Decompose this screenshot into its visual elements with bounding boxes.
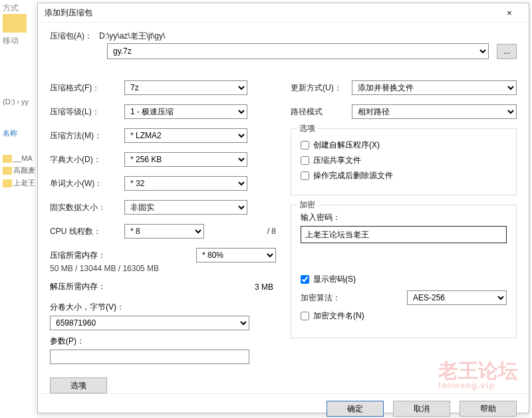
method-label: 压缩方法(M)： <box>50 130 124 142</box>
threads-max: / 8 <box>209 227 276 236</box>
mem-comp-label: 压缩所需内存： <box>50 250 106 261</box>
folder-icon <box>3 14 27 33</box>
archive-path: D:\yy\az\老王\jt\gy\ <box>99 31 517 42</box>
sfx-label: 创建自解压程序(X) <box>313 140 380 151</box>
dict-label: 字典大小(D)： <box>50 154 124 165</box>
dialog-footer: 确定 取消 帮助 <box>38 393 529 418</box>
title-bar: 添加到压缩包 × <box>38 3 529 23</box>
mem-usage-select[interactable]: * 80% <box>196 248 276 262</box>
folder-icon <box>3 167 12 175</box>
help-button[interactable]: 帮助 <box>460 401 517 417</box>
mem-comp-detail: 50 MB / 13044 MB / 16305 MB <box>50 264 276 273</box>
left-column: 压缩格式(F)： 7z 压缩等级(L)： 1 - 极速压缩 压缩方法(M)： *… <box>50 80 276 393</box>
pathmode-select[interactable]: 相对路径 <box>352 104 517 119</box>
threads-select[interactable]: * 8 <box>124 224 204 239</box>
folder-icon <box>3 179 12 187</box>
share-checkbox[interactable] <box>301 156 309 165</box>
archive-name-select[interactable]: gy.7z <box>107 43 489 59</box>
add-to-archive-dialog: 添加到压缩包 × 压缩包(A)： D:\yy\az\老王\jt\gy\ gy.7… <box>37 3 529 413</box>
password-label: 输入密码： <box>301 212 507 223</box>
password-input[interactable] <box>301 226 507 243</box>
options-group-title: 选项 <box>297 123 318 134</box>
browse-button[interactable]: ... <box>497 44 517 59</box>
delete-checkbox[interactable] <box>301 171 309 180</box>
encrypt-group-title: 加密 <box>297 199 318 211</box>
level-label: 压缩等级(L)： <box>50 106 124 118</box>
delete-label: 操作完成后删除源文件 <box>313 170 393 181</box>
pathmode-label: 路径模式 <box>291 106 352 118</box>
bg-item: __MA <box>0 153 40 164</box>
threads-label: CPU 线程数： <box>50 226 124 237</box>
format-select[interactable]: 7z <box>124 80 247 95</box>
bg-mode-label: 方式 <box>3 3 37 14</box>
cancel-button[interactable]: 取消 <box>393 401 450 417</box>
close-icon[interactable]: × <box>497 3 522 22</box>
dialog-title: 添加到压缩包 <box>45 7 497 19</box>
params-label: 参数(P)： <box>50 336 276 347</box>
ok-button[interactable]: 确定 <box>327 401 384 417</box>
method-select[interactable]: * LZMA2 <box>124 128 247 143</box>
solid-label: 固实数据大小： <box>50 202 124 213</box>
right-column: 更新方式(U)： 添加并替换文件 路径模式 相对路径 选项 创建自解压程序(X)… <box>291 80 517 393</box>
folder-icon <box>3 155 12 163</box>
encrypt-group: 加密 输入密码： 显示密码(S) 加密算法： AES-256 加密文件名(N) <box>291 205 517 338</box>
enc-method-label: 加密算法： <box>301 292 362 304</box>
word-select[interactable]: * 32 <box>124 176 247 191</box>
options-button[interactable]: 选项 <box>50 377 107 393</box>
options-group: 选项 创建自解压程序(X) 压缩共享文件 操作完成后删除源文件 <box>291 128 517 195</box>
bg-item: 上老王 <box>0 177 40 189</box>
show-password-label: 显示密码(S) <box>313 274 356 285</box>
share-label: 压缩共享文件 <box>313 155 361 166</box>
volume-select[interactable]: 659871960 <box>50 316 249 330</box>
word-label: 单词大小(W)： <box>50 178 124 189</box>
params-input[interactable] <box>50 350 249 364</box>
bg-name-header: 名称 <box>0 127 40 140</box>
enc-method-select[interactable]: AES-256 <box>407 290 507 305</box>
update-label: 更新方式(U)： <box>291 82 352 94</box>
bg-breadcrumb: (D:) › yy <box>0 96 40 107</box>
volume-label: 分卷大小，字节(V)： <box>50 302 276 313</box>
archive-label: 压缩包(A)： <box>50 31 99 42</box>
format-label: 压缩格式(F)： <box>50 82 124 94</box>
dict-select[interactable]: * 256 KB <box>124 152 247 167</box>
mem-decomp-value: 3 MB <box>106 282 276 292</box>
bg-item: 高颜麦 <box>0 164 40 177</box>
mem-decomp-label: 解压所需内存： <box>50 281 106 292</box>
encrypt-names-label: 加密文件名(N) <box>313 310 364 322</box>
sfx-checkbox[interactable] <box>301 141 309 150</box>
encrypt-names-checkbox[interactable] <box>301 312 309 320</box>
solid-select[interactable]: 非固实 <box>124 200 247 215</box>
show-password-checkbox[interactable] <box>301 275 309 284</box>
update-select[interactable]: 添加并替换文件 <box>352 80 517 95</box>
bg-move-label: 移动 <box>3 35 37 47</box>
level-select[interactable]: 1 - 极速压缩 <box>124 104 247 119</box>
